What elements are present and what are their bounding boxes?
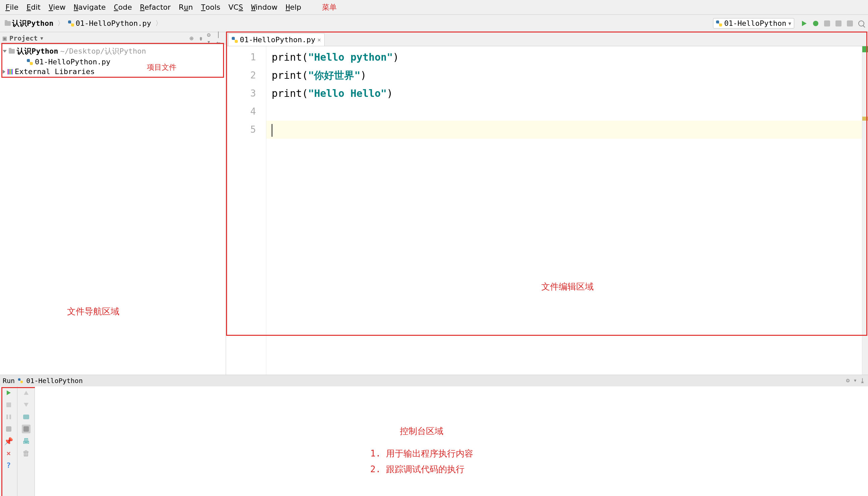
python-icon (232, 37, 238, 43)
python-icon (716, 20, 722, 27)
gutter-line[interactable]: 4 (226, 103, 266, 121)
gear-icon[interactable]: ⚙ ▾ (207, 35, 214, 42)
gutter-line[interactable]: 2 (226, 66, 266, 84)
python-icon (68, 20, 74, 27)
menu-edit[interactable]: Edit (23, 2, 45, 13)
pause-button[interactable] (4, 413, 13, 421)
cursor (272, 124, 272, 137)
profile-button[interactable] (835, 19, 842, 28)
toolbar-right: 01-HelloPython ▼ (713, 18, 865, 29)
scroll-icon (24, 426, 29, 432)
code-line[interactable]: print("Hello python") (266, 48, 862, 66)
breadcrumb-file-label: 01-HelloPython.py (75, 19, 151, 28)
stop-icon (6, 403, 11, 407)
run-toolbar-right: 🖶 🗑 (17, 386, 35, 496)
clear-button[interactable]: 🗑 (22, 449, 31, 458)
menu-run[interactable]: Run (175, 2, 197, 13)
scroll-to-end-button[interactable] (22, 424, 31, 433)
stop-button[interactable] (4, 401, 13, 409)
menu-vcs[interactable]: VCS (224, 2, 247, 13)
concurrency-button[interactable] (846, 19, 854, 28)
breadcrumb-project-label: 认识Python (12, 18, 53, 29)
warning-marker[interactable] (862, 117, 868, 121)
expand-arrow-icon[interactable] (3, 50, 7, 52)
code-line[interactable]: print("你好世界") (266, 66, 862, 84)
run-panel-body: 📌 × ? 🖶 🗑 控制台区域 1. 用于输出程序执行内容 2. 跟踪调试代码的… (0, 386, 868, 496)
search-icon (858, 20, 864, 27)
play-icon (7, 390, 11, 395)
code-area[interactable]: print("Hello python")print("你好世界")print(… (266, 46, 862, 375)
code-line[interactable] (266, 121, 862, 139)
run-panel: Run 01-HelloPython ⚙ ▾ ⤓ 📌 × ? 🖶 🗑 (0, 375, 868, 496)
project-file-row[interactable]: 01-HelloPython.py (0, 57, 226, 67)
project-root-path: ~/Desktop/认识Python (60, 46, 146, 56)
close-icon[interactable]: × (317, 36, 321, 43)
hide-icon[interactable]: |← (216, 35, 223, 42)
gutter-line[interactable]: 5 (226, 121, 266, 139)
project-panel-header: ▣ Project ▼ ⊕ ⇟ ⚙ ▾ |← (0, 32, 226, 44)
chevron-down-icon: ▼ (789, 21, 791, 26)
close-button[interactable]: × (4, 449, 13, 458)
run-config-label: 01-HelloPython (724, 19, 786, 28)
menu-help[interactable]: Help (281, 2, 305, 13)
editor-tab[interactable]: 01-HelloPython.py × (228, 33, 325, 46)
chevron-down-icon[interactable]: ▼ (40, 35, 43, 41)
search-everywhere-button[interactable] (857, 19, 865, 28)
editor-tabs: 01-HelloPython.py × (226, 32, 868, 46)
gutter-line[interactable]: 3 (226, 84, 266, 103)
console-annotation-title: 控制台区域 (370, 423, 473, 439)
editor-tab-label: 01-HelloPython.py (240, 35, 315, 44)
gutter-line[interactable]: 1 (226, 48, 266, 66)
project-tree: 认识Python ~/Desktop/认识Python 01-HelloPyth… (0, 44, 226, 375)
play-icon (802, 21, 807, 26)
breadcrumb-sep: 〉 (57, 19, 64, 28)
collapse-arrow-icon[interactable] (3, 70, 5, 74)
run-config-selector[interactable]: 01-HelloPython ▼ (713, 18, 794, 29)
marker-strip[interactable] (862, 46, 868, 375)
editor-annotation: 文件编辑区域 (541, 281, 594, 293)
coverage-button[interactable] (823, 19, 831, 28)
console-annotation-line1: 1. 用于输出程序执行内容 (370, 446, 473, 462)
profile-icon (836, 20, 841, 27)
debug-button[interactable] (812, 19, 820, 28)
restore-layout-button[interactable] (4, 424, 13, 433)
run-panel-title[interactable]: Run (3, 377, 15, 385)
project-root-row[interactable]: 认识Python ~/Desktop/认识Python (0, 46, 226, 57)
external-libraries-row[interactable]: External Libraries (0, 67, 226, 76)
collapse-all-icon[interactable]: ⇟ (197, 35, 204, 42)
gear-icon[interactable]: ⚙ ▾ (846, 377, 857, 385)
menu-view[interactable]: View (45, 2, 70, 13)
menu-navigate[interactable]: Navigate (70, 2, 110, 13)
concurrency-icon (847, 20, 853, 27)
hide-icon[interactable]: ⤓ (859, 377, 865, 385)
breadcrumb-project[interactable]: 认识Python (3, 18, 55, 29)
nav-area-annotation: 文件导航区域 (67, 306, 119, 317)
scroll-from-source-icon[interactable]: ⊕ (188, 35, 195, 42)
bug-icon (813, 21, 818, 26)
run-toolbar-left: 📌 × ? (0, 386, 17, 496)
pause-icon (6, 415, 11, 419)
menu-code[interactable]: Code (110, 2, 136, 13)
rerun-button[interactable] (4, 388, 13, 397)
code-line[interactable]: print("Hello Hello") (266, 84, 862, 103)
code-line[interactable] (266, 103, 862, 121)
run-button[interactable] (800, 19, 808, 28)
editor-body[interactable]: 12345 print("Hello python")print("你好世界")… (226, 46, 868, 375)
menu-window[interactable]: Window (247, 2, 282, 13)
breadcrumb-file[interactable]: 01-HelloPython.py (66, 18, 153, 28)
menu-file[interactable]: File (1, 2, 23, 13)
menu-tools[interactable]: Tools (197, 2, 224, 13)
up-button[interactable] (22, 388, 31, 397)
project-panel: ▣ Project ▼ ⊕ ⇟ ⚙ ▾ |← 认识Python ~/Deskto… (0, 32, 226, 375)
down-button[interactable] (22, 401, 31, 409)
print-button[interactable]: 🖶 (22, 437, 31, 445)
wrap-icon (23, 415, 29, 419)
menu-refactor[interactable]: Refactor (136, 2, 175, 13)
pin-button[interactable]: 📌 (4, 437, 13, 445)
python-icon (27, 59, 33, 65)
run-output[interactable]: 控制台区域 1. 用于输出程序执行内容 2. 跟踪调试代码的执行 (35, 386, 868, 496)
help-button[interactable]: ? (4, 461, 13, 469)
folder-icon (5, 21, 11, 26)
project-panel-title[interactable]: Project (10, 34, 38, 42)
soft-wrap-button[interactable] (22, 413, 31, 421)
